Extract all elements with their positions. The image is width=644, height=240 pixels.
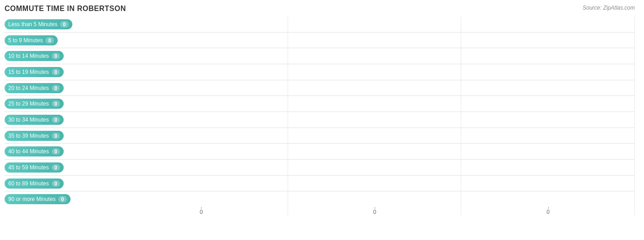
- bar-value: 0: [52, 117, 60, 123]
- label-pill: 20 to 24 Minutes0: [5, 83, 115, 93]
- bar-track: [115, 80, 635, 96]
- bar-value: 0: [52, 148, 60, 155]
- bar-value: 0: [60, 21, 68, 28]
- bar-track: [115, 48, 635, 64]
- bar-value: 0: [52, 69, 60, 75]
- x-axis: 000: [115, 207, 635, 215]
- label-pill: Less than 5 Minutes0: [5, 19, 115, 29]
- bar-track: [115, 96, 635, 112]
- x-axis-tick: 0: [461, 209, 635, 215]
- bar-row: 10 to 14 Minutes0: [5, 48, 635, 64]
- label-pill: 30 to 34 Minutes0: [5, 115, 115, 125]
- bar-label: 25 to 29 Minutes: [8, 100, 49, 107]
- bar-row: Less than 5 Minutes0: [5, 17, 635, 33]
- bar-row: 90 or more Minutes0: [5, 191, 635, 207]
- label-pill: 10 to 14 Minutes0: [5, 51, 115, 61]
- bar-row: 40 to 44 Minutes0: [5, 144, 635, 160]
- bar-track: [115, 64, 635, 80]
- bar-label: 15 to 19 Minutes: [8, 69, 49, 75]
- x-axis-tick: 0: [115, 209, 288, 215]
- bar-value: 0: [52, 100, 60, 107]
- label-pill: 90 or more Minutes0: [5, 194, 115, 204]
- bar-row: 30 to 34 Minutes0: [5, 112, 635, 128]
- bar-label: Less than 5 Minutes: [8, 21, 57, 28]
- bar-value: 0: [45, 37, 54, 44]
- source-text: Source: ZipAtlas.com: [583, 5, 635, 11]
- bar-track: [115, 144, 635, 159]
- label-pill: 40 to 44 Minutes0: [5, 146, 115, 156]
- bars-container: Less than 5 Minutes05 to 9 Minutes010 to…: [5, 17, 635, 207]
- bar-label: 35 to 39 Minutes: [8, 133, 49, 139]
- bar-track: [115, 33, 635, 48]
- bar-value: 0: [52, 164, 60, 171]
- bar-track: [115, 176, 635, 191]
- bar-row: 35 to 39 Minutes0: [5, 128, 635, 144]
- bar-row: 45 to 59 Minutes0: [5, 160, 635, 176]
- chart-title: COMMUTE TIME IN ROBERTSON: [5, 5, 635, 13]
- bar-value: 0: [52, 85, 60, 91]
- bar-label: 20 to 24 Minutes: [8, 85, 49, 91]
- bar-label: 30 to 34 Minutes: [8, 117, 49, 123]
- bar-value: 0: [58, 196, 66, 202]
- bar-row: 15 to 19 Minutes0: [5, 64, 635, 80]
- bar-label: 60 to 89 Minutes: [8, 180, 49, 187]
- bar-track: [115, 128, 635, 144]
- bar-value: 0: [52, 133, 60, 139]
- label-pill: 15 to 19 Minutes0: [5, 67, 115, 77]
- bar-value: 0: [52, 180, 60, 187]
- bar-label: 45 to 59 Minutes: [8, 164, 49, 171]
- label-pill: 60 to 89 Minutes0: [5, 179, 115, 189]
- chart-area: Less than 5 Minutes05 to 9 Minutes010 to…: [5, 17, 635, 215]
- bar-label: 10 to 14 Minutes: [8, 53, 49, 59]
- bar-track: [115, 112, 635, 128]
- bar-row: 25 to 29 Minutes0: [5, 96, 635, 112]
- label-pill: 45 to 59 Minutes0: [5, 162, 115, 173]
- bar-label: 90 or more Minutes: [8, 196, 55, 202]
- label-pill: 35 to 39 Minutes0: [5, 131, 115, 141]
- bar-row: 20 to 24 Minutes0: [5, 80, 635, 96]
- chart-container: COMMUTE TIME IN ROBERTSON Source: ZipAtl…: [0, 0, 644, 240]
- bar-track: [115, 160, 635, 175]
- bar-label: 5 to 9 Minutes: [8, 37, 43, 44]
- bar-row: 60 to 89 Minutes0: [5, 176, 635, 192]
- label-pill: 5 to 9 Minutes0: [5, 35, 115, 45]
- bar-track: [115, 191, 635, 207]
- bar-value: 0: [52, 53, 60, 59]
- label-pill: 25 to 29 Minutes0: [5, 99, 115, 109]
- bar-track: [115, 17, 635, 32]
- bar-row: 5 to 9 Minutes0: [5, 33, 635, 49]
- x-axis-tick: 0: [288, 209, 462, 215]
- bar-label: 40 to 44 Minutes: [8, 148, 49, 155]
